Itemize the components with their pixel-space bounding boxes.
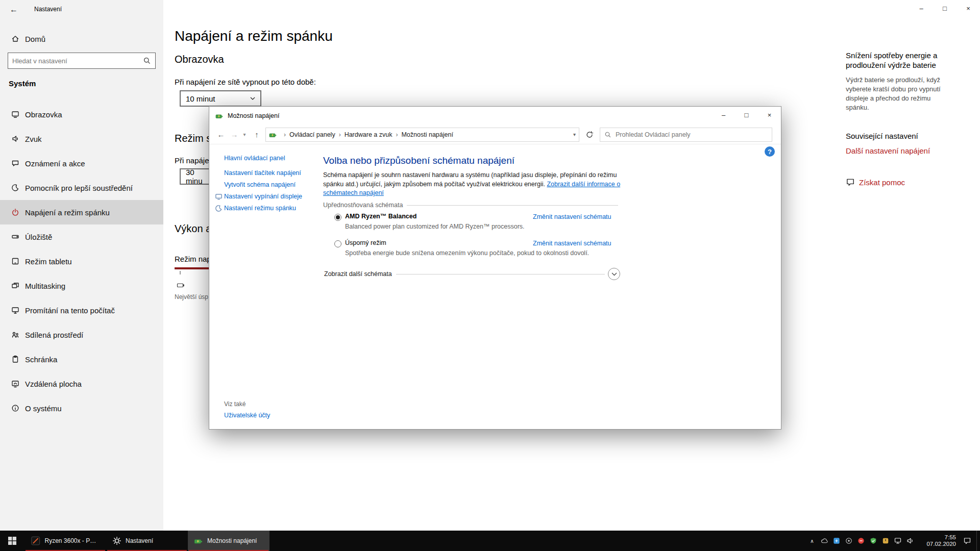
plan-desc-saver: Spotřeba energie bude snížena omezením v… [345,249,589,257]
tray-icon-6[interactable] [879,531,892,551]
minimize-button[interactable]: – [910,0,933,16]
screen-timeout-label: Při napájení ze sítě vypnout po této dob… [175,78,316,86]
nav-history-chevron[interactable]: ▾ [240,132,249,137]
help-button[interactable]: ? [765,146,775,157]
maximize-button[interactable]: □ [933,0,957,16]
sidebar-item-about[interactable]: O systému [0,396,163,420]
close-button[interactable]: × [957,0,980,16]
sidebar-item-display[interactable]: Obrazovka [0,102,163,127]
taskbar-app-ryzen-master[interactable]: Ryzen 3600x - PC-... [24,531,106,551]
task-power-buttons[interactable]: Nastavení tlačítek napájení [224,169,301,177]
taskbar-clock[interactable]: 7:55 07.02.2020 [916,534,958,547]
back-button[interactable]: ← [3,2,24,17]
see-also-heading: Viz také [224,400,246,408]
maximize-icon: □ [943,5,947,12]
close-icon: × [768,111,772,119]
hidden-icons-chevron[interactable]: ∧ [806,531,818,551]
cpl-maximize-button[interactable]: □ [735,107,758,123]
cpl-minimize-button[interactable]: – [712,107,735,123]
sidebar-item-power-sleep[interactable]: Napájení a režim spánku [0,200,163,224]
focus-assist-icon [11,184,19,192]
sidebar-item-home[interactable]: Domů [0,29,163,49]
additional-power-settings-link[interactable]: Další nastavení napájení [846,146,930,155]
clipboard-icon [11,355,19,363]
cpl-search-input[interactable] [615,131,768,139]
chevron-down-icon [250,97,255,100]
power-mode-slider[interactable] [175,267,209,269]
breadcrumb-control-panel[interactable]: Ovládací panely [289,131,335,138]
power-plan-radio-balanced[interactable] [334,214,341,221]
user-accounts-link[interactable]: Uživatelské účty [224,412,270,419]
system-tray: ∧ 7:55 07.02.2020 [806,531,980,551]
network-icon[interactable] [892,531,904,551]
desktop: ← Nastavení Domů Systém Obrazovka Zvuk [0,0,980,551]
screen-timeout-select[interactable]: 10 minut [180,90,261,107]
get-help-link[interactable]: Získat pomoc [859,178,905,187]
clock-date: 07.02.2020 [916,541,956,547]
show-desktop-button[interactable] [976,531,980,551]
sidebar-item-shared-experiences[interactable]: Sdílená prostředí [0,322,163,347]
tray-icon-5[interactable] [867,531,879,551]
refresh-button[interactable] [585,131,594,139]
plan-name-saver: Úsporný režim [345,239,386,246]
breadcrumb-hardware-sound[interactable]: Hardware a zvuk [345,131,393,138]
show-more-plans-label: Zobrazit další schémata [324,270,392,278]
display-icon [11,110,19,118]
start-button[interactable] [0,531,24,551]
minimize-icon: – [722,111,725,119]
minimize-icon: – [919,5,923,12]
sleep-timeout-select[interactable]: 30 minu [180,168,211,185]
plan-name-balanced: AMD Ryzen™ Balanced [345,213,416,220]
cpl-home-link[interactable]: Hlavní ovládací panel [224,155,285,162]
cpl-search-box [600,128,772,142]
task-sleep-settings[interactable]: Nastavení režimu spánku [224,205,296,212]
change-plan-settings-link-1[interactable]: Změnit nastavení schématu [533,213,611,220]
cpl-window-title: Možnosti napájení [228,112,279,119]
address-bar[interactable]: › Ovládací panely › Hardware a zvuk › Mo… [265,128,579,142]
tray-icon-3[interactable] [843,531,855,551]
sidebar-item-multitasking[interactable]: Multitasking [0,273,163,298]
task-create-plan[interactable]: Vytvořit schéma napájení [224,181,296,188]
notifications-icon [11,159,19,167]
divider [407,205,618,206]
tray-icon-1[interactable] [818,531,830,551]
power-options-window-icon [215,112,224,120]
cpl-close-button[interactable]: × [758,107,781,123]
taskbar-app-power-options[interactable]: Možnosti napájení [188,531,270,551]
sidebar-item-sound[interactable]: Zvuk [0,127,163,151]
search-icon [604,131,611,138]
tray-icon-4[interactable] [855,531,867,551]
change-plan-settings-link-2[interactable]: Změnit nastavení schématu [533,240,611,247]
ryzen-master-icon [31,536,40,546]
sidebar-item-notifications[interactable]: Oznámení a akce [0,151,163,176]
task-display-off[interactable]: Nastavení vypínání displeje [224,193,302,200]
settings-search-input[interactable] [8,57,143,65]
breadcrumb-power-options[interactable]: Možnosti napájení [401,131,453,138]
sidebar-item-focus-assist[interactable]: Pomocník pro lepší soustředění [0,176,163,200]
sidebar-item-storage[interactable]: Úložiště [0,224,163,249]
show-more-plans-row: Zobrazit další schémata [324,268,620,280]
sidebar-item-projecting[interactable]: Promítání na tento počítač [0,298,163,322]
nav-up-button[interactable]: ↑ [252,130,261,139]
notification-center-button[interactable] [958,531,976,551]
nav-back-button[interactable]: ← [216,130,226,139]
cpl-caption-buttons: – □ × [712,107,781,123]
tray-icon-2[interactable] [830,531,843,551]
search-icon[interactable] [143,57,151,65]
sound-icon [11,135,19,143]
sidebar-item-remote-desktop[interactable]: Vzdálená plocha [0,371,163,396]
battery-saver-icon [177,281,185,289]
volume-icon[interactable] [904,531,916,551]
sidebar-home-label: Domů [25,35,45,43]
taskbar-app-settings[interactable]: Nastavení [106,531,188,551]
address-dropdown-chevron[interactable]: ▾ [573,132,576,137]
cpl-titlebar[interactable]: Možnosti napájení [209,107,781,125]
get-help-icon [846,178,855,187]
expand-plans-button[interactable] [608,268,620,280]
nav-forward-button[interactable]: → [230,130,239,139]
sleep-section-heading-fragment: Režim s [175,133,211,144]
sidebar-item-clipboard[interactable]: Schránka [0,347,163,371]
sidebar-item-tablet-mode[interactable]: Režim tabletu [0,249,163,273]
clock-time: 7:55 [916,534,956,541]
power-plan-radio-saver[interactable] [334,240,341,247]
